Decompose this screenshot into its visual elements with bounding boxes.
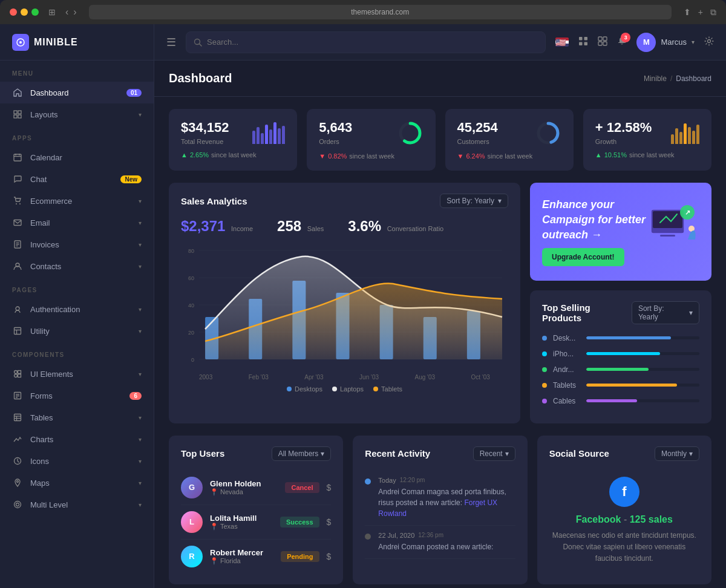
invoices-label: Invoices bbox=[30, 240, 131, 249]
cables-bar bbox=[586, 399, 637, 402]
maximize-dot[interactable] bbox=[31, 8, 39, 16]
contacts-chevron: ▾ bbox=[139, 263, 142, 270]
product-item-cables: Cables bbox=[542, 397, 699, 405]
browser-dots bbox=[10, 8, 39, 16]
language-flag[interactable]: 🇺🇸 bbox=[555, 38, 569, 47]
settings-icon[interactable] bbox=[704, 36, 714, 48]
android-dot bbox=[542, 367, 547, 372]
activity-filter-chevron: ▾ bbox=[505, 449, 509, 458]
user-menu[interactable]: M Marcus ▾ bbox=[636, 33, 695, 52]
stat-card-customers: 45,254 Customers ▼ 6.24% since last w bbox=[445, 109, 574, 171]
activity-text-1: Andrei Coman posted a new article: bbox=[378, 541, 493, 552]
back-icon[interactable]: ‹ bbox=[65, 7, 68, 18]
sidebar-item-layouts[interactable]: Layouts ▾ bbox=[0, 103, 154, 125]
sidebar-toggle-icon[interactable]: ⊞ bbox=[48, 7, 56, 17]
hamburger-button[interactable]: ☰ bbox=[166, 36, 176, 49]
user-location-2: 📍 Florida bbox=[210, 557, 273, 565]
chart-svg: 80 60 40 20 0 bbox=[181, 244, 508, 377]
sidebar-item-contacts[interactable]: Contacts ▾ bbox=[0, 255, 154, 277]
sidebar-item-ecommerce[interactable]: Ecommerce ▾ bbox=[0, 190, 154, 212]
svg-point-10 bbox=[16, 203, 17, 204]
products-list: Desk... iPho... bbox=[542, 334, 699, 405]
revenue-change: ▲ 2.65% since last week bbox=[181, 151, 285, 158]
invoices-chevron: ▾ bbox=[139, 241, 142, 248]
svg-rect-23 bbox=[18, 371, 21, 374]
analytics-sort-select[interactable]: Sort By: Yearly ▾ bbox=[440, 194, 508, 208]
campaign-title-highlight: Campaign bbox=[542, 214, 595, 226]
browser-nav: ‹ › bbox=[65, 7, 77, 18]
orders-change-text: since last week bbox=[349, 152, 394, 160]
activity-filter[interactable]: Recent ▾ bbox=[473, 446, 515, 461]
forward-icon[interactable]: › bbox=[73, 7, 76, 18]
search-input[interactable] bbox=[207, 38, 538, 47]
sidebar-item-chat[interactable]: Chat New bbox=[0, 168, 154, 190]
svg-rect-5 bbox=[18, 115, 21, 118]
chat-label: Chat bbox=[30, 175, 113, 184]
stat-growth-top: + 12.58% Growth bbox=[595, 120, 699, 145]
sidebar-item-dashboard[interactable]: Dashboard 01 bbox=[0, 82, 154, 103]
sidebar-item-authentication[interactable]: Authentication ▾ bbox=[0, 298, 154, 320]
products-header: Top Selling Products Sort By: Yearly ▾ bbox=[542, 301, 699, 324]
customers-donut-chart bbox=[535, 120, 561, 146]
sidebar-item-tables[interactable]: Tables ▾ bbox=[0, 407, 154, 428]
pin-icon-0: 📍 bbox=[210, 488, 218, 496]
svg-line-39 bbox=[200, 44, 202, 46]
products-sort-select[interactable]: Sort By: Yearly ▾ bbox=[632, 301, 699, 324]
sidebar-item-icons[interactable]: Icons ▾ bbox=[0, 450, 154, 472]
svg-point-48 bbox=[708, 39, 711, 42]
user-item-0: G Glenn Holden 📍 Nevada Cancel $ bbox=[181, 471, 331, 505]
sidebar-item-utility[interactable]: Utility ▾ bbox=[0, 320, 154, 342]
growth-chart bbox=[671, 120, 699, 144]
android-bar bbox=[586, 368, 649, 371]
user-name-1: Lolita Hamill bbox=[210, 514, 273, 523]
minimize-dot[interactable] bbox=[21, 8, 28, 16]
sidebar-item-email[interactable]: Email ▾ bbox=[0, 212, 154, 234]
upgrade-button[interactable]: Upgrade Account! bbox=[542, 248, 624, 266]
tabs-icon[interactable]: ⧉ bbox=[710, 7, 716, 18]
chat-icon bbox=[12, 174, 23, 185]
search-bar[interactable] bbox=[186, 31, 546, 53]
tablets-legend-label: Tablets bbox=[381, 385, 402, 393]
sales-metric: 258 Sales bbox=[277, 218, 324, 235]
user-avatar-0: G bbox=[181, 477, 203, 498]
sales-label: Sales bbox=[307, 225, 324, 232]
svg-rect-44 bbox=[598, 37, 602, 41]
svg-text:20: 20 bbox=[188, 330, 194, 336]
grid-icon[interactable] bbox=[578, 36, 588, 48]
social-filter[interactable]: Monthly ▾ bbox=[655, 446, 699, 461]
browser-chrome: ⊞ ‹ › themesbrand.com ⬆ + ⧉ bbox=[0, 0, 726, 24]
window-switch-icon[interactable] bbox=[598, 36, 607, 48]
breadcrumb-home: Minible bbox=[644, 74, 667, 83]
activity-text-0: Andrei Coman magna sed porta finibus, ri… bbox=[378, 486, 515, 519]
svg-rect-45 bbox=[603, 37, 607, 41]
sidebar-item-calendar[interactable]: Calendar bbox=[0, 146, 154, 168]
svg-rect-3 bbox=[18, 111, 21, 114]
g-bar-1 bbox=[671, 134, 674, 144]
middle-row: Sales Analytics Sort By: Yearly ▾ $2,371… bbox=[169, 183, 711, 423]
activity-dot-1 bbox=[365, 534, 371, 540]
sidebar-item-invoices[interactable]: Invoices ▾ bbox=[0, 234, 154, 255]
svg-rect-2 bbox=[14, 111, 17, 114]
sidebar-item-charts[interactable]: Charts ▾ bbox=[0, 428, 154, 450]
stat-orders-top: 5,643 Orders bbox=[319, 120, 423, 146]
close-dot[interactable] bbox=[10, 8, 17, 16]
product-item-iphone: iPho... bbox=[542, 350, 699, 358]
ratio-label: Conversation Ratio bbox=[387, 225, 444, 232]
sidebar-item-forms[interactable]: Forms 6 bbox=[0, 385, 154, 407]
browser-url-bar[interactable]: themesbrand.com bbox=[89, 5, 672, 19]
stat-card-growth: + 12.58% Growth bbox=[583, 109, 711, 171]
orders-change: ▼ 0.82% since last week bbox=[319, 152, 423, 160]
multilevel-label: Multi Level bbox=[30, 500, 131, 509]
email-label: Email bbox=[30, 218, 131, 227]
user-location-1: 📍 Texas bbox=[210, 523, 273, 531]
bar-4 bbox=[265, 125, 268, 144]
sidebar-item-ui-elements[interactable]: UI Elements ▾ bbox=[0, 363, 154, 385]
new-tab-icon[interactable]: + bbox=[698, 7, 703, 18]
sidebar-item-maps[interactable]: Maps ▾ bbox=[0, 472, 154, 494]
top-users-filter[interactable]: All Members ▾ bbox=[272, 446, 332, 461]
breadcrumb-current: Dashboard bbox=[676, 74, 711, 83]
customers-change-icon: ▼ bbox=[457, 152, 464, 160]
sidebar-item-multilevel[interactable]: Multi Level ▾ bbox=[0, 494, 154, 515]
notifications-bell[interactable]: 3 bbox=[617, 36, 627, 48]
share-icon[interactable]: ⬆ bbox=[684, 7, 691, 18]
